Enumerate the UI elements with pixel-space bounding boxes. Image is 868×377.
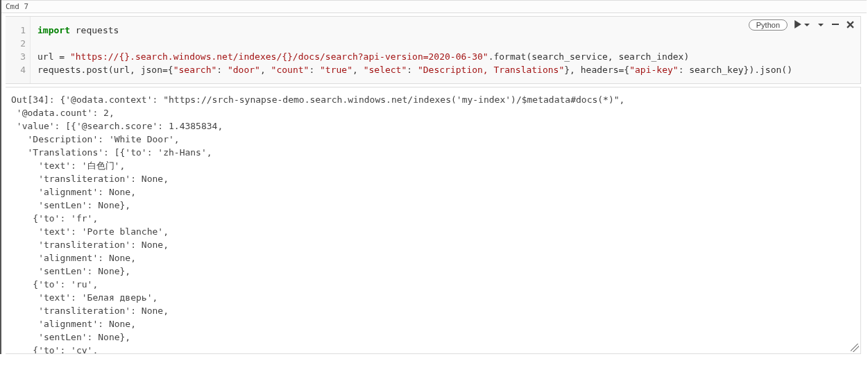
output-prompt: Out[34]: (11, 94, 60, 105)
line-number: 1 (6, 24, 26, 37)
line-number: 2 (6, 37, 26, 50)
cell-toolbar: Python (749, 19, 855, 31)
resize-handle-icon[interactable] (851, 344, 859, 352)
close-icon[interactable] (846, 20, 855, 30)
line-number: 4 (6, 63, 26, 76)
output-body: {'@odata.context': "https://srch-synapse… (11, 94, 624, 354)
kernel-selector[interactable]: Python (749, 19, 788, 31)
code-input-cell[interactable]: 1 2 3 4 import requests url = "https://{… (6, 16, 861, 84)
svg-rect-0 (832, 24, 839, 25)
line-number-gutter: 1 2 3 4 (6, 17, 31, 83)
output-cell: Out[34]: {'@odata.context': "https://src… (6, 87, 861, 354)
notebook-cell: Cmd 7 1 2 3 4 import requests url = "htt… (0, 0, 867, 354)
code-editor[interactable]: import requests url = "https://{}.search… (31, 17, 860, 83)
code-keyword: import (37, 25, 70, 35)
run-menu-chevron-icon[interactable] (803, 20, 811, 30)
minimize-icon[interactable] (831, 20, 840, 30)
cell-label: Cmd 7 (1, 0, 867, 13)
move-down-chevron-icon[interactable] (817, 20, 825, 30)
run-cell-icon[interactable] (793, 20, 803, 30)
line-number: 3 (6, 50, 26, 63)
